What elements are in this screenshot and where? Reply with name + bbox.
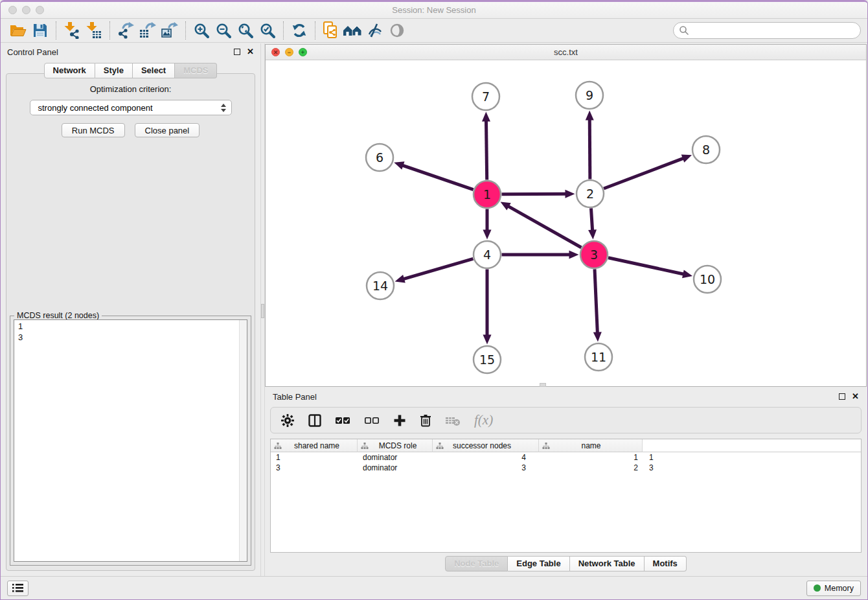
graph-edge-arrowhead [682, 270, 692, 278]
tab-node-table[interactable]: Node Table [445, 556, 508, 571]
hierarchy-icon [361, 442, 369, 450]
tab-select[interactable]: Select [133, 63, 175, 78]
cell-successor-nodes[interactable]: 3 [433, 463, 539, 472]
cell-name[interactable]: 1 [643, 453, 698, 462]
tab-network[interactable]: Network [44, 63, 95, 78]
search-input[interactable] [689, 26, 855, 36]
mcds-panel: Optimization criterion: strongly connect… [6, 73, 255, 571]
clone-network-button[interactable] [320, 21, 342, 40]
tab-mcds[interactable]: MCDS [175, 63, 217, 78]
network-graph[interactable]: 7968124314101511 [266, 60, 866, 386]
network-window-title: scc.txt [266, 47, 866, 57]
save-session-button[interactable] [29, 21, 51, 40]
column-header-successor-nodes[interactable]: successor nodes [433, 439, 539, 452]
delete-column-button[interactable] [420, 412, 431, 429]
graph-node-label: 9 [586, 88, 593, 102]
float-panel-icon[interactable] [234, 49, 240, 55]
import-table-icon [86, 22, 102, 39]
zoom-selected-button[interactable] [257, 21, 279, 40]
run-mcds-button[interactable]: Run MCDS [62, 123, 125, 137]
deselect-all-button[interactable] [364, 412, 380, 429]
graph-edge-3-11[interactable] [595, 269, 597, 334]
toggle-panels-button[interactable] [308, 412, 321, 429]
cell-name[interactable]: 3 [643, 463, 698, 472]
splitter-grip[interactable] [261, 304, 264, 318]
show-task-history-button[interactable] [7, 581, 29, 596]
show-graphics-details-button[interactable] [386, 21, 408, 40]
column-header-mcds-role[interactable]: MCDS role [358, 439, 433, 452]
graph-edge-2-3[interactable] [591, 208, 592, 231]
zoom-in-button[interactable] [190, 21, 212, 40]
tab-network-table[interactable]: Network Table [570, 556, 645, 571]
hide-selected-button[interactable] [364, 21, 386, 40]
cell-predecessor-nodes[interactable]: 2 [539, 463, 643, 472]
graph-edge-1-6[interactable] [402, 165, 474, 190]
memory-button[interactable]: Memory [806, 581, 861, 596]
horizontal-splitter-grip[interactable] [540, 383, 546, 387]
graph-node-label: 1 [483, 187, 491, 202]
tab-motifs[interactable]: Motifs [645, 556, 687, 571]
open-session-button[interactable] [7, 21, 29, 40]
cell-mcds-role[interactable]: dominator [358, 453, 433, 462]
table-settings-button[interactable] [280, 412, 295, 429]
save-disk-icon [33, 23, 47, 38]
import-network-button[interactable] [61, 21, 83, 40]
function-builder-button[interactable]: f(x) [474, 412, 493, 429]
import-table-button[interactable] [83, 21, 105, 40]
select-all-button[interactable] [335, 412, 350, 429]
zoom-in-icon [194, 23, 210, 39]
zoom-out-button[interactable] [212, 21, 234, 40]
graph-edge-2-8[interactable] [604, 158, 685, 189]
fx-icon: f(x) [474, 412, 493, 428]
export-image-button[interactable] [159, 21, 181, 40]
table-row[interactable]: 3 dominator 3 2 3 [271, 463, 861, 473]
cell-predecessor-nodes[interactable]: 1 [539, 453, 643, 462]
graph-edge-1-7[interactable] [486, 119, 486, 179]
tab-style[interactable]: Style [95, 63, 133, 78]
graph-node-label: 11 [591, 350, 606, 364]
export-table-button[interactable] [137, 21, 159, 40]
network-canvas[interactable]: 7968124314101511 [266, 60, 866, 386]
graph-edge-4-14[interactable] [402, 259, 473, 279]
add-column-button[interactable] [393, 412, 406, 429]
close-table-panel-icon[interactable]: ✕ [852, 393, 859, 400]
export-network-button[interactable] [115, 21, 137, 40]
vertical-splitter[interactable] [260, 43, 265, 576]
graph-edge-1-2[interactable] [501, 194, 567, 194]
close-panel-icon[interactable]: ✕ [247, 49, 254, 55]
status-bar: Memory [1, 576, 867, 599]
table-toolbar: f(x) [270, 407, 862, 433]
optimization-criterion-label: Optimization criterion: [6, 84, 255, 94]
tab-edge-table[interactable]: Edge Table [508, 556, 569, 571]
hierarchy-icon [436, 442, 444, 450]
graph-node-label: 6 [376, 150, 383, 165]
search-field[interactable] [673, 22, 861, 39]
export-table-icon [139, 22, 156, 39]
graph-node-label: 14 [372, 279, 388, 293]
hierarchy-icon [542, 442, 550, 450]
cell-shared-name[interactable]: 1 [271, 453, 358, 462]
graph-edge-arrowhead [586, 110, 594, 120]
cell-mcds-role[interactable]: dominator [358, 463, 433, 472]
float-table-panel-icon[interactable] [839, 393, 845, 400]
column-header-shared-name[interactable]: shared name [271, 439, 358, 452]
delete-table-button[interactable] [445, 412, 461, 429]
graph-node-label: 8 [702, 143, 710, 157]
table-row[interactable]: 1 dominator 4 1 1 [271, 452, 861, 463]
column-header-predecessor-nodes[interactable]: name [539, 439, 643, 452]
cell-successor-nodes[interactable]: 4 [433, 453, 539, 462]
graph-edge-3-10[interactable] [608, 258, 685, 275]
graph-edge-3-1[interactable] [507, 205, 581, 248]
network-view-window: scc.txt ✕ − + 7968124314101511 [265, 44, 867, 387]
first-neighbors-button[interactable] [342, 21, 364, 40]
result-scrollbar[interactable] [239, 320, 247, 561]
close-panel-button[interactable]: Close panel [135, 123, 200, 137]
main-toolbar [1, 19, 867, 43]
graph-edge-2-9[interactable] [589, 118, 590, 179]
right-area: scc.txt ✕ − + 7968124314101511 Table Pan… [265, 43, 867, 576]
apply-layout-button[interactable] [288, 21, 310, 40]
cell-shared-name[interactable]: 3 [271, 463, 358, 472]
zoom-fit-button[interactable] [234, 21, 257, 40]
optimization-criterion-select[interactable]: strongly connected component [30, 100, 232, 115]
window-title: Session: New Session [1, 5, 867, 15]
